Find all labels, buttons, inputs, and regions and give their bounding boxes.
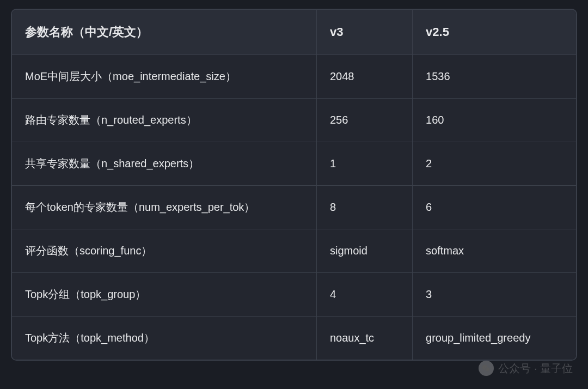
table-row: 路由专家数量（n_routed_experts） 256 160 [12,99,576,142]
watermark: 公众号 · 量子位 [479,361,573,376]
cell-v25: group_limited_greedy [413,317,576,360]
table-row: 共享专家数量（n_shared_experts） 1 2 [12,142,576,186]
header-v3: v3 [316,10,412,55]
cell-param-name: MoE中间层大小（moe_intermediate_size） [12,55,316,99]
cell-v25: softmax [413,229,576,273]
cell-v25: 6 [413,186,576,229]
cell-v25: 2 [413,142,576,186]
cell-param-name: 评分函数（scoring_func） [12,229,316,273]
table-row: 每个token的专家数量（num_experts_per_tok） 8 6 [12,186,576,229]
cell-param-name: Topk分组（topk_group） [12,273,316,317]
table-row: Topk分组（topk_group） 4 3 [12,273,576,317]
comparison-table: 参数名称（中文/英文） v3 v2.5 MoE中间层大小（moe_interme… [12,10,576,360]
watermark-text: 公众号 · 量子位 [498,361,573,376]
cell-v3: noaux_tc [316,317,412,360]
table-row: Topk方法（topk_method） noaux_tc group_limit… [12,317,576,360]
cell-param-name: 共享专家数量（n_shared_experts） [12,142,316,186]
cell-v3: 8 [316,186,412,229]
table-header-row: 参数名称（中文/英文） v3 v2.5 [12,10,576,55]
cell-v25: 1536 [413,55,576,99]
cell-param-name: 路由专家数量（n_routed_experts） [12,99,316,142]
header-v25: v2.5 [413,10,576,55]
cell-v3: 4 [316,273,412,317]
cell-v25: 160 [413,99,576,142]
cell-param-name: Topk方法（topk_method） [12,317,316,360]
comparison-table-container: 参数名称（中文/英文） v3 v2.5 MoE中间层大小（moe_interme… [11,9,577,361]
cell-v3: 2048 [316,55,412,99]
cell-v25: 3 [413,273,576,317]
cell-v3: sigmoid [316,229,412,273]
cell-v3: 256 [316,99,412,142]
table-row: MoE中间层大小（moe_intermediate_size） 2048 153… [12,55,576,99]
table-row: 评分函数（scoring_func） sigmoid softmax [12,229,576,273]
cell-param-name: 每个token的专家数量（num_experts_per_tok） [12,186,316,229]
cell-v3: 1 [316,142,412,186]
header-param-name: 参数名称（中文/英文） [12,10,316,55]
wechat-icon [479,361,494,376]
